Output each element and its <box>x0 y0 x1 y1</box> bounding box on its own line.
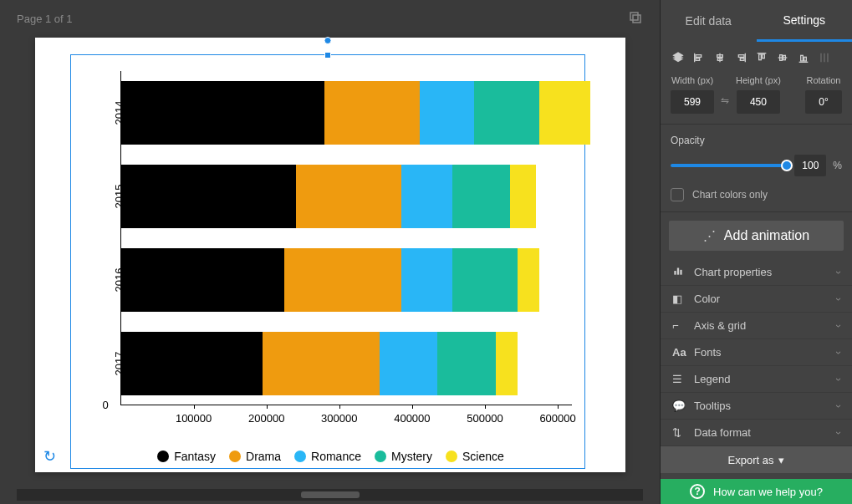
bar-segment[interactable] <box>452 248 518 312</box>
x-axis-tick: 400000 <box>394 412 430 425</box>
page-canvas[interactable]: 0 20142015201620171000002000003000004000… <box>35 38 625 472</box>
legend-swatch <box>446 451 457 462</box>
resize-handle-n[interactable] <box>324 52 331 59</box>
layers-icon[interactable] <box>669 48 687 67</box>
tab-settings[interactable]: Settings <box>757 0 853 42</box>
chart[interactable]: 0 20142015201620171000002000003000004000… <box>77 67 585 468</box>
accordion-tooltips[interactable]: 💬Tooltips › <box>661 393 852 420</box>
tab-edit-data[interactable]: Edit data <box>661 0 757 42</box>
canvas-header: Page 1 of 1 <box>0 0 660 38</box>
accordion-color[interactable]: ◧Color › <box>661 286 852 313</box>
legend-label: Mystery <box>391 450 432 463</box>
export-as-button[interactable]: Export as ▾ <box>661 446 852 473</box>
scroll-thumb[interactable] <box>301 491 360 498</box>
align-center-icon[interactable] <box>711 48 729 67</box>
opacity-slider[interactable] <box>671 164 788 167</box>
rotation-handle[interactable] <box>324 37 331 44</box>
svg-rect-4 <box>696 59 700 61</box>
legend-item: Mystery <box>375 450 432 463</box>
bar-segment[interactable] <box>121 165 296 228</box>
align-right-icon[interactable] <box>732 48 750 67</box>
align-middle-icon[interactable] <box>773 48 792 67</box>
x-axis-tick: 600000 <box>539 412 575 425</box>
svg-rect-24 <box>677 268 679 275</box>
bar-segment[interactable] <box>452 165 511 228</box>
legend-item: Drama <box>229 450 281 463</box>
legend-label: Fantasy <box>174 450 216 463</box>
bar-segment[interactable] <box>284 248 400 312</box>
bar-segment[interactable] <box>380 332 438 395</box>
bar-segment[interactable] <box>263 332 379 395</box>
svg-rect-19 <box>804 57 807 61</box>
x-axis-tick: 500000 <box>467 412 503 425</box>
caret-down-icon: ▾ <box>778 454 784 466</box>
accordion-data-format[interactable]: ⇅Data format › <box>661 420 852 446</box>
canvas-area: Page 1 of 1 0 20142015201620171000002000… <box>0 0 660 504</box>
legend-item: Fantasy <box>157 450 216 463</box>
opacity-thumb[interactable] <box>781 160 793 171</box>
bar-segment[interactable] <box>496 332 518 395</box>
bar-segment[interactable] <box>518 248 539 312</box>
chevron-down-icon: › <box>833 431 844 435</box>
help-button[interactable]: ? How can we help you? <box>661 479 852 504</box>
chart-colors-only-checkbox[interactable] <box>671 188 684 201</box>
width-label: Width (px) <box>671 75 713 85</box>
align-left-icon[interactable] <box>690 48 708 67</box>
svg-rect-9 <box>738 55 744 58</box>
bar-segment[interactable] <box>121 332 263 395</box>
tooltip-icon: 💬 <box>672 400 686 412</box>
accordion-fonts[interactable]: AaFonts › <box>661 339 852 366</box>
legend: FantasyDramaRomanceMysteryScience <box>77 450 585 463</box>
horizontal-scrollbar[interactable] <box>17 489 643 501</box>
align-toolbar <box>661 42 852 74</box>
chevron-down-icon: › <box>833 405 844 408</box>
align-bottom-icon[interactable] <box>794 48 813 67</box>
bar-segment[interactable] <box>401 165 452 228</box>
dimensions-row: Width (px) ⇋ Height (px) Rotation <box>661 74 852 125</box>
rotation-input[interactable] <box>805 90 842 114</box>
bar-segment[interactable] <box>401 248 452 312</box>
bar-chart-icon <box>672 265 686 279</box>
bar-segment[interactable] <box>121 248 285 312</box>
add-animation-label: Add animation <box>724 228 809 243</box>
chart-colors-only-label: Chart colors only <box>692 189 768 201</box>
palette-icon: ◧ <box>672 293 686 305</box>
axis-icon: ⌐ <box>672 319 686 332</box>
accordion-legend[interactable]: ☰Legend › <box>661 366 852 393</box>
help-icon: ? <box>690 484 705 499</box>
bar-segment[interactable] <box>420 81 474 145</box>
opacity-input[interactable] <box>794 155 826 176</box>
bar-segment[interactable] <box>296 165 401 228</box>
accordion-chart-properties[interactable]: Chart properties › <box>661 259 852 286</box>
sidebar-tabs: Edit data Settings <box>661 0 852 42</box>
x-axis-tick: 300000 <box>321 412 357 425</box>
legend-label: Drama <box>246 450 281 463</box>
bar-segment[interactable] <box>510 165 535 228</box>
format-icon: ⇅ <box>672 426 686 439</box>
list-icon: ☰ <box>672 373 686 385</box>
width-input[interactable] <box>671 90 714 114</box>
x-axis-tick: 100000 <box>176 412 212 425</box>
legend-swatch <box>294 451 306 462</box>
bar-segment[interactable] <box>474 81 539 145</box>
height-label: Height (px) <box>736 75 781 85</box>
reload-icon[interactable]: ↻ <box>43 447 56 466</box>
bar-segment[interactable] <box>437 332 496 395</box>
add-animation-button[interactable]: ⋰ Add animation <box>669 221 844 251</box>
bar-segment[interactable] <box>324 81 419 145</box>
legend-swatch <box>229 451 241 462</box>
legend-item: Romance <box>294 450 361 463</box>
align-top-icon[interactable] <box>753 48 771 67</box>
svg-rect-23 <box>674 271 676 275</box>
opacity-label: Opacity <box>671 135 842 146</box>
bar-segment[interactable] <box>121 81 325 145</box>
duplicate-icon[interactable] <box>628 10 643 28</box>
legend-swatch <box>157 451 169 462</box>
chevron-down-icon: › <box>833 298 844 301</box>
rotation-label: Rotation <box>807 75 841 85</box>
accordion-axis-grid[interactable]: ⌐Axis & grid › <box>661 313 852 339</box>
lock-aspect-icon[interactable]: ⇋ <box>721 94 729 106</box>
height-input[interactable] <box>737 90 780 114</box>
bar-segment[interactable] <box>539 81 590 145</box>
svg-rect-0 <box>633 15 640 23</box>
